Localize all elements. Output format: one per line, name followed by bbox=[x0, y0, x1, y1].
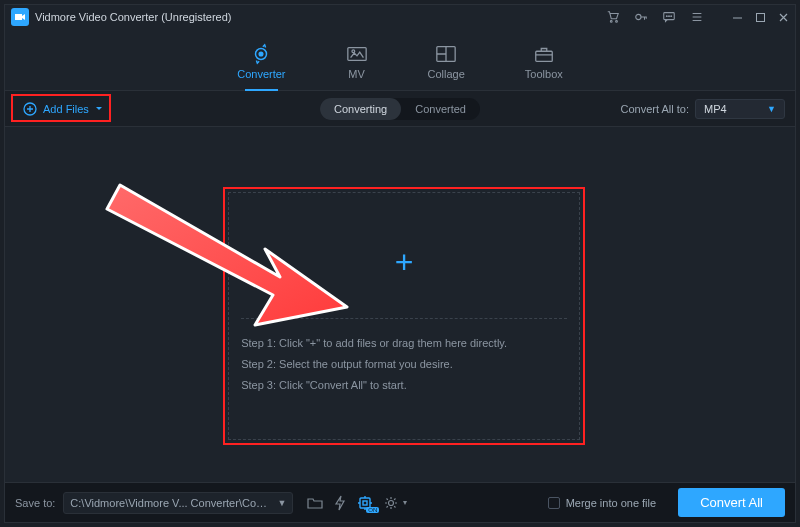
title-bar: Vidmore Video Converter (Unregistered) bbox=[5, 5, 795, 29]
tab-mv[interactable]: MV bbox=[346, 44, 368, 84]
tab-label: Collage bbox=[428, 68, 465, 80]
lightning-icon bbox=[333, 495, 347, 511]
add-files-button[interactable]: Add Files bbox=[15, 99, 111, 119]
step-3: Step 3: Click "Convert All" to start. bbox=[241, 375, 567, 396]
tab-label: Toolbox bbox=[525, 68, 563, 80]
annotation-highlight-dropzone: + Step 1: Click "+" to add files or drag… bbox=[223, 187, 585, 445]
step-2: Step 2: Select the output format you des… bbox=[241, 354, 567, 375]
chevron-down-icon: ▾ bbox=[403, 498, 407, 507]
tab-toolbox[interactable]: Toolbox bbox=[525, 44, 563, 84]
app-window: Vidmore Video Converter (Unregistered) bbox=[4, 4, 796, 523]
app-logo-icon bbox=[11, 8, 29, 26]
merge-checkbox-group[interactable]: Merge into one file bbox=[548, 497, 657, 509]
svg-rect-16 bbox=[363, 501, 367, 505]
toolbox-icon bbox=[533, 44, 555, 64]
tab-converter[interactable]: Converter bbox=[237, 44, 285, 84]
drop-zone[interactable]: + Step 1: Click "+" to add files or drag… bbox=[227, 191, 581, 441]
window-controls bbox=[732, 12, 789, 23]
chevron-down-icon: ▼ bbox=[277, 498, 286, 508]
instruction-steps: Step 1: Click "+" to add files or drag t… bbox=[241, 333, 567, 396]
save-path-value: C:\Vidmore\Vidmore V... Converter\Conver… bbox=[70, 497, 271, 509]
footer-bar: Save to: C:\Vidmore\Vidmore V... Convert… bbox=[5, 482, 795, 522]
work-area: + Step 1: Click "+" to add files or drag… bbox=[5, 127, 795, 482]
add-file-plus-icon[interactable]: + bbox=[395, 246, 414, 278]
maximize-button[interactable] bbox=[755, 12, 766, 23]
svg-point-5 bbox=[669, 16, 670, 17]
feedback-icon[interactable] bbox=[662, 10, 676, 24]
window-title: Vidmore Video Converter (Unregistered) bbox=[35, 11, 231, 23]
tab-converting[interactable]: Converting bbox=[320, 98, 401, 120]
cart-icon[interactable] bbox=[606, 10, 620, 24]
svg-point-1 bbox=[616, 21, 618, 23]
output-format-value: MP4 bbox=[704, 103, 727, 115]
save-path-field[interactable]: C:\Vidmore\Vidmore V... Converter\Conver… bbox=[63, 492, 293, 514]
tab-label: Converter bbox=[237, 68, 285, 80]
svg-point-4 bbox=[666, 16, 667, 17]
svg-rect-13 bbox=[536, 51, 553, 61]
add-files-label: Add Files bbox=[43, 103, 89, 115]
output-format-dropdown[interactable]: MP4 ▼ bbox=[695, 99, 785, 119]
convert-all-to-group: Convert All to: MP4 ▼ bbox=[621, 99, 785, 119]
tab-label: MV bbox=[348, 68, 365, 80]
svg-point-6 bbox=[671, 16, 672, 17]
step-1: Step 1: Click "+" to add files or drag t… bbox=[241, 333, 567, 354]
convert-all-button[interactable]: Convert All bbox=[678, 488, 785, 517]
key-icon[interactable] bbox=[634, 10, 648, 24]
on-badge: ON bbox=[366, 507, 379, 513]
sub-bar: Add Files Converting Converted Convert A… bbox=[5, 91, 795, 127]
convert-all-to-label: Convert All to: bbox=[621, 103, 689, 115]
title-right bbox=[606, 10, 789, 24]
svg-point-2 bbox=[636, 14, 641, 19]
title-left: Vidmore Video Converter (Unregistered) bbox=[11, 8, 231, 26]
save-to-label: Save to: bbox=[15, 497, 55, 509]
svg-rect-7 bbox=[757, 13, 765, 21]
chevron-down-icon bbox=[95, 106, 103, 112]
folder-icon bbox=[307, 496, 323, 510]
main-tabs: Converter MV Collage Toolbox bbox=[5, 29, 795, 91]
plus-circle-icon bbox=[23, 102, 37, 116]
high-speed-toggle[interactable] bbox=[333, 495, 347, 511]
divider bbox=[241, 318, 567, 319]
collage-icon bbox=[435, 44, 457, 64]
tab-converted[interactable]: Converted bbox=[401, 98, 480, 120]
gpu-accel-toggle[interactable]: ON bbox=[357, 495, 373, 511]
chevron-down-icon: ▼ bbox=[767, 104, 776, 114]
minimize-button[interactable] bbox=[732, 12, 743, 23]
svg-point-11 bbox=[351, 50, 354, 53]
svg-point-17 bbox=[389, 500, 394, 505]
state-tabs: Converting Converted bbox=[320, 98, 480, 120]
settings-button[interactable]: ▾ bbox=[383, 495, 407, 511]
svg-point-9 bbox=[260, 52, 264, 56]
svg-point-0 bbox=[610, 21, 612, 23]
open-folder-button[interactable] bbox=[307, 496, 323, 510]
tab-collage[interactable]: Collage bbox=[428, 44, 465, 84]
footer-icons: ON ▾ bbox=[307, 495, 407, 511]
svg-rect-10 bbox=[347, 48, 365, 61]
close-button[interactable] bbox=[778, 12, 789, 23]
menu-icon[interactable] bbox=[690, 10, 704, 24]
converter-icon bbox=[250, 44, 272, 64]
merge-checkbox[interactable] bbox=[548, 497, 560, 509]
mv-icon bbox=[346, 44, 368, 64]
gear-icon bbox=[383, 495, 399, 511]
merge-label: Merge into one file bbox=[566, 497, 657, 509]
